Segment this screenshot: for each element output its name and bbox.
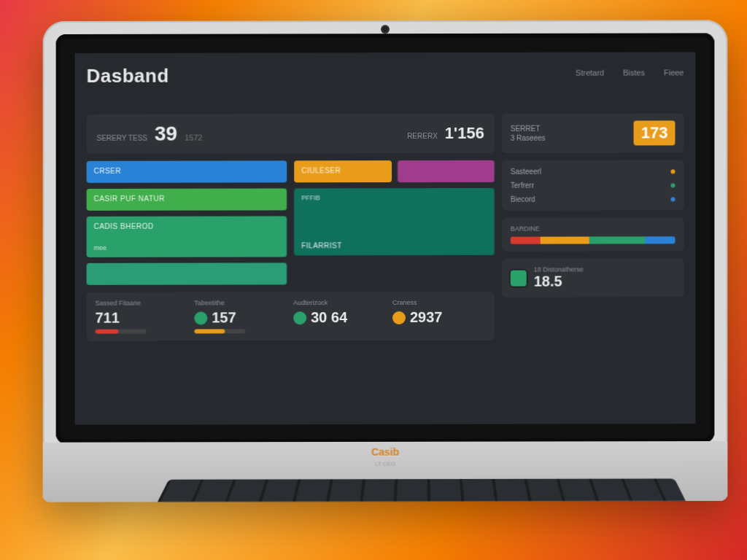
strip-0-value: 711 bbox=[96, 309, 189, 326]
tile-orange-label: CIULESER bbox=[301, 166, 384, 174]
tile-purple[interactable] bbox=[397, 160, 494, 182]
metric-strip: Sassed Fitaane 711 Tabeetithe 157 Audter… bbox=[87, 292, 495, 341]
tile-green-2-sub: mee bbox=[94, 244, 280, 251]
nav-link-2[interactable]: Fieee bbox=[664, 68, 684, 77]
side-metric-label: 18 Distonatherse bbox=[534, 265, 584, 273]
side-list-item-0[interactable]: Sasteeerl bbox=[511, 167, 676, 175]
header: Dasband Stretard Bistes Fieee bbox=[87, 63, 684, 106]
screen-bezel: Dasband Stretard Bistes Fieee SERERY TES… bbox=[56, 33, 715, 443]
tile-teal-label: FILARRIST bbox=[301, 241, 487, 249]
tile-blue[interactable]: CRSER bbox=[87, 160, 287, 182]
tile-green-1-label: Casir Puf Natur bbox=[94, 194, 280, 202]
tile-green-2-label: Cadis Bherod bbox=[94, 222, 280, 230]
tile-green-3[interactable] bbox=[87, 262, 287, 284]
stat-top-label: SERERY TESS bbox=[97, 133, 147, 143]
status-dot-icon bbox=[392, 311, 406, 324]
main-column: SERERY TESS 39 1572 RERERX 1'156 CRSER bbox=[87, 114, 495, 413]
side-list-item-2[interactable]: Biecord bbox=[511, 195, 676, 203]
strip-3-label: Craness bbox=[392, 299, 486, 306]
tile-row-top: CIULESER bbox=[294, 160, 495, 182]
side-list-item-1[interactable]: Terfrerr bbox=[511, 181, 676, 189]
dashboard-screen: Dasband Stretard Bistes Fieee SERERY TES… bbox=[75, 52, 696, 424]
side-highlight-label-2: 3 Raseees bbox=[511, 134, 546, 142]
stat-small-value: 1572 bbox=[185, 133, 202, 142]
square-status-icon bbox=[511, 270, 527, 286]
side-progress-card[interactable]: BARDINE bbox=[502, 217, 684, 251]
strip-item-2[interactable]: Audterizock 30 64 bbox=[293, 299, 387, 333]
tile-green-1[interactable]: Casir Puf Natur bbox=[87, 188, 287, 210]
nav-link-1[interactable]: Bistes bbox=[623, 69, 645, 77]
camera-dot bbox=[382, 26, 388, 32]
tile-blue-label: CRSER bbox=[94, 166, 280, 174]
side-metric-value: 18.5 bbox=[534, 273, 584, 289]
tile-teal[interactable]: PFFIB FILARRIST bbox=[294, 188, 495, 255]
laptop-frame: Dasband Stretard Bistes Fieee SERERY TES… bbox=[43, 20, 728, 502]
strip-item-1[interactable]: Tabeetithe 157 bbox=[194, 299, 287, 333]
strip-2-label: Audterizock bbox=[293, 299, 387, 306]
tile-teal-sub: PFFIB bbox=[301, 194, 487, 201]
side-highlight-value: 173 bbox=[634, 120, 676, 145]
tile-orange[interactable]: CIULESER bbox=[294, 160, 391, 182]
laptop-brand: Casib bbox=[371, 446, 399, 458]
page-title: Dasband bbox=[87, 65, 169, 88]
side-highlight-card[interactable]: SERRET 3 Raseees 173 bbox=[502, 113, 684, 152]
laptop-deck: Casib LT CEG bbox=[43, 441, 728, 502]
strip-1-label: Tabeetithe bbox=[194, 299, 287, 306]
stat-right-label: RERERX bbox=[407, 131, 438, 141]
strip-0-label: Sassed Fitaane bbox=[96, 299, 189, 306]
strip-2-value: 30 64 bbox=[311, 309, 347, 326]
strip-item-0[interactable]: Sassed Fitaane 711 bbox=[96, 299, 189, 333]
side-list-2-label: Biecord bbox=[511, 195, 535, 203]
stat-right-value: 1'156 bbox=[445, 124, 484, 143]
laptop-model: LT CEG bbox=[375, 461, 395, 467]
tag-dot-icon bbox=[670, 197, 675, 201]
tag-dot-icon bbox=[670, 183, 675, 187]
side-highlight-label-1: SERRET bbox=[511, 125, 546, 133]
tag-dot-icon bbox=[670, 169, 675, 174]
side-metric-card[interactable]: 18 Distonatherse 18.5 bbox=[502, 258, 684, 297]
side-list-card: Sasteeerl Terfrerr Biecord bbox=[502, 160, 684, 210]
status-dot-icon bbox=[194, 311, 207, 324]
strip-1-bar bbox=[194, 329, 245, 333]
progress-bar bbox=[511, 236, 676, 244]
status-dot-icon bbox=[293, 311, 306, 324]
nav-link-0[interactable]: Stretard bbox=[576, 69, 604, 77]
strip-1-value: 157 bbox=[212, 309, 236, 326]
tile-grid: CRSER Casir Puf Natur Cadis Bherod mee bbox=[87, 160, 495, 285]
tile-col-left: CRSER Casir Puf Natur Cadis Bherod mee bbox=[87, 160, 287, 284]
side-column: SERRET 3 Raseees 173 Sasteeerl Terfrerr bbox=[502, 113, 684, 412]
strip-0-bar bbox=[96, 330, 147, 334]
top-nav: Stretard Bistes Fieee bbox=[576, 63, 684, 77]
tile-col-right: CIULESER PFFIB FILARRIST bbox=[294, 160, 495, 284]
keyboard bbox=[149, 478, 694, 502]
strip-3-value: 2937 bbox=[410, 309, 442, 326]
side-list-1-label: Terfrerr bbox=[511, 182, 534, 190]
progress-label: BARDINE bbox=[511, 225, 676, 232]
tile-green-2[interactable]: Cadis Bherod mee bbox=[87, 216, 287, 257]
strip-item-3[interactable]: Craness 2937 bbox=[392, 299, 486, 333]
side-list-0-label: Sasteeerl bbox=[511, 168, 541, 176]
summary-stat-card[interactable]: SERERY TESS 39 1572 RERERX 1'156 bbox=[87, 114, 495, 154]
stat-big-value: 39 bbox=[155, 122, 177, 146]
